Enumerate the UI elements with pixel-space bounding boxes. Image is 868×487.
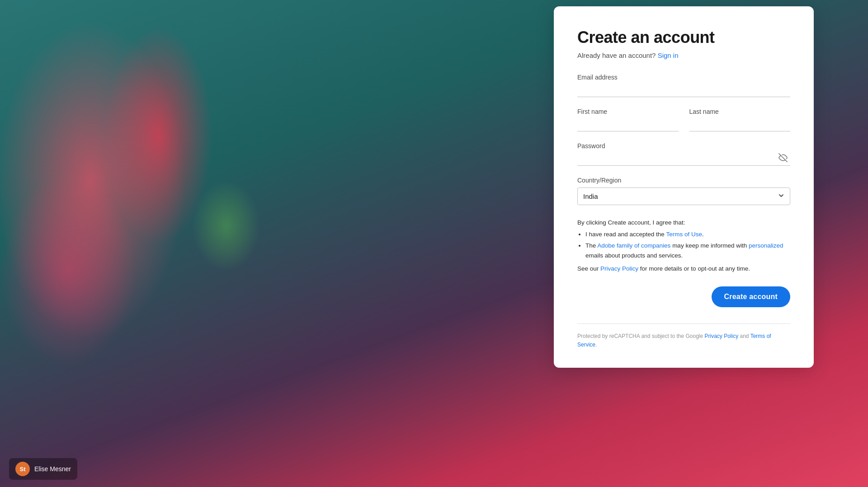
eye-slash-icon[interactable]	[778, 152, 788, 163]
name-row: First name Last name	[577, 108, 790, 131]
last-name-label: Last name	[689, 108, 791, 115]
privacy-note-before: See our	[577, 265, 600, 272]
privacy-note-after: for more details or to opt-out at any ti…	[638, 265, 750, 272]
agreement-item-2-before: The	[585, 242, 597, 249]
agreement-item-1: I have read and accepted the Terms of Us…	[585, 229, 790, 239]
sign-in-link[interactable]: Sign in	[658, 52, 679, 59]
google-privacy-link[interactable]: Privacy Policy	[704, 333, 738, 339]
password-label: Password	[577, 142, 790, 150]
agreement-item-1-after: .	[702, 231, 704, 238]
avatar: St	[15, 462, 30, 476]
email-input[interactable]	[577, 84, 790, 97]
agreement-list: I have read and accepted the Terms of Us…	[585, 229, 790, 261]
first-name-label: First name	[577, 108, 679, 115]
user-bar: St Elise Mesner	[9, 458, 77, 480]
create-account-panel: Create an account Already have an accoun…	[554, 6, 814, 368]
country-field-container: Country/Region India United States Unite…	[577, 177, 790, 205]
adobe-family-link[interactable]: Adobe family of companies	[597, 242, 670, 249]
password-input[interactable]	[577, 152, 790, 166]
recaptcha-after: .	[595, 342, 597, 348]
privacy-policy-link[interactable]: Privacy Policy	[600, 265, 638, 272]
privacy-note: See our Privacy Policy for more details …	[577, 264, 790, 274]
first-name-field-container: First name	[577, 108, 679, 131]
recaptcha-section: Protected by reCAPTCHA and subject to th…	[577, 332, 790, 349]
last-name-input[interactable]	[689, 118, 791, 131]
create-account-button[interactable]: Create account	[712, 286, 790, 307]
agreement-item-2-after: emails about products and services.	[585, 252, 683, 259]
divider	[577, 323, 790, 324]
agreement-item-1-before: I have read and accepted the	[585, 231, 666, 238]
page-title: Create an account	[577, 28, 790, 47]
password-field-container: Password	[577, 142, 790, 166]
agreement-item-2: The Adobe family of companies may keep m…	[585, 241, 790, 260]
agreement-intro: By clicking Create account, I agree that…	[577, 219, 685, 226]
last-name-field-container: Last name	[689, 108, 791, 131]
sign-in-prompt: Already have an account?	[577, 52, 656, 59]
agreement-section: By clicking Create account, I agree that…	[577, 218, 790, 274]
user-name: Elise Mesner	[34, 465, 71, 473]
personalized-link[interactable]: personalized	[749, 242, 783, 249]
country-label: Country/Region	[577, 177, 790, 184]
country-select-wrapper: India United States United Kingdom Canad…	[577, 187, 790, 205]
email-field-container: Email address	[577, 74, 790, 97]
email-label: Email address	[577, 74, 790, 81]
sign-in-row: Already have an account? Sign in	[577, 52, 790, 59]
first-name-input[interactable]	[577, 118, 679, 131]
country-select[interactable]: India United States United Kingdom Canad…	[577, 187, 790, 205]
page-layout: Create an account Already have an accoun…	[0, 0, 868, 487]
agreement-item-2-middle: may keep me informed with	[670, 242, 749, 249]
recaptcha-before: Protected by reCAPTCHA and subject to th…	[577, 333, 704, 339]
terms-of-use-link[interactable]: Terms of Use	[666, 231, 702, 238]
recaptcha-middle: and	[738, 333, 750, 339]
